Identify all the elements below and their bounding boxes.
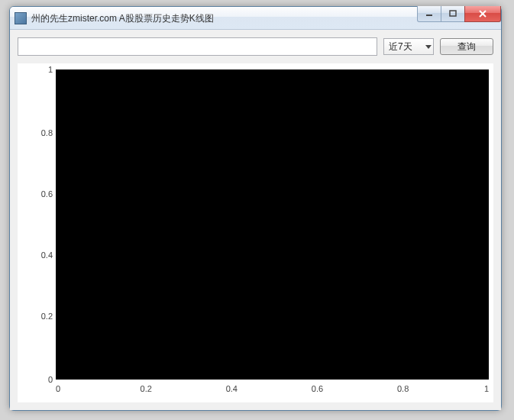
maximize-icon [449, 10, 457, 18]
query-button[interactable]: 查询 [440, 38, 493, 55]
y-tick-label: 1 [18, 66, 53, 74]
client-area: 近7天 查询 1 0.8 0.6 0.4 0.2 0 0 0.2 0.4 0.6… [10, 30, 501, 410]
period-select[interactable]: 近7天 [383, 38, 434, 55]
x-tick-label: 0.4 [226, 385, 238, 393]
window-title: 州的先生zmister.com A股股票历史走势K线图 [31, 7, 214, 30]
stock-code-input[interactable] [18, 37, 377, 56]
y-tick-label: 0 [18, 376, 53, 384]
app-window: 州的先生zmister.com A股股票历史走势K线图 近7天 查询 [9, 6, 502, 411]
x-tick-label: 1 [484, 385, 489, 393]
period-selected-label: 近7天 [389, 40, 412, 53]
chevron-down-icon [425, 45, 432, 49]
svg-rect-1 [450, 11, 456, 16]
minimize-icon [425, 10, 433, 18]
x-tick-label: 0.2 [141, 385, 152, 393]
y-tick-label: 0.8 [18, 129, 53, 137]
y-tick-label: 0.6 [18, 189, 53, 198]
plot-area [56, 69, 489, 380]
x-tick-label: 0.8 [397, 385, 409, 393]
window-controls [418, 6, 501, 22]
close-button[interactable] [464, 6, 501, 22]
close-icon [478, 9, 487, 18]
svg-rect-0 [426, 15, 432, 16]
chart-canvas: 1 0.8 0.6 0.4 0.2 0 0 0.2 0.4 0.6 0.8 1 [18, 63, 493, 402]
minimize-button[interactable] [417, 6, 441, 22]
maximize-button[interactable] [441, 6, 465, 22]
app-icon [15, 12, 27, 24]
y-tick-label: 0.4 [18, 250, 53, 259]
query-button-label: 查询 [457, 40, 476, 53]
y-tick-label: 0.2 [18, 312, 53, 320]
x-tick-label: 0 [56, 385, 60, 393]
titlebar[interactable]: 州的先生zmister.com A股股票历史走势K线图 [10, 7, 501, 30]
x-tick-label: 0.6 [312, 385, 323, 393]
toolbar: 近7天 查询 [18, 37, 493, 56]
